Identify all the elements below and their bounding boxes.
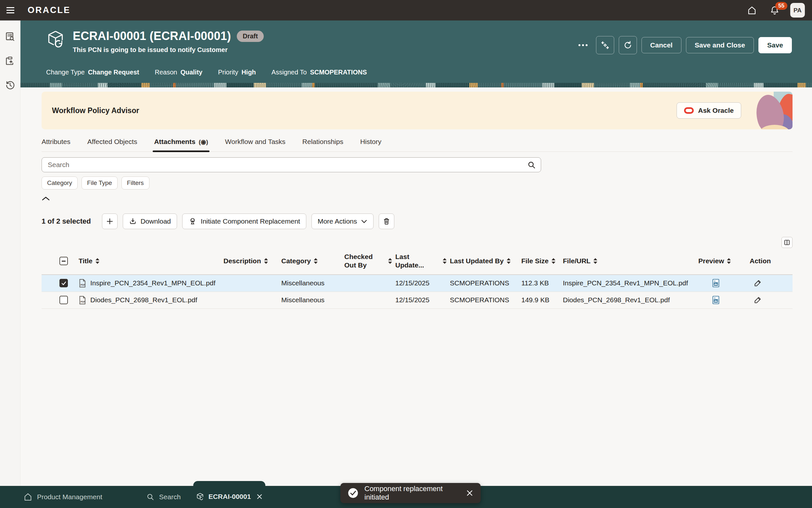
tab-relationships[interactable]: Relationships xyxy=(302,138,343,152)
sort-title[interactable] xyxy=(95,258,99,264)
toast-message: Component replacement initiated xyxy=(365,484,460,502)
decorative-banner-strip xyxy=(20,83,812,87)
table-row[interactable]: PDF Diodes_PCN_2698_Rev1_EOL.pdf Miscell… xyxy=(42,292,793,309)
success-check-icon xyxy=(347,488,359,499)
workflow-policy-advisor-banner: Workflow Policy Advisor Ask Oracle xyxy=(42,92,793,129)
bottom-search[interactable]: Search xyxy=(146,493,181,501)
attachment-title-link[interactable]: Inspire_PCN_2354_Rev1_MPN_EOL.pdf xyxy=(90,279,216,287)
toast-close-icon[interactable] xyxy=(466,489,474,497)
more-actions-ellipsis-icon[interactable] xyxy=(577,44,591,46)
sort-last-update[interactable] xyxy=(443,258,446,264)
meta-label: Change Type xyxy=(46,69,85,76)
cell-last-update: 12/15/2025 xyxy=(395,275,450,292)
chip-file-type[interactable]: File Type xyxy=(82,176,117,189)
meta-label: Reason xyxy=(155,69,177,76)
chevron-down-icon xyxy=(361,219,367,224)
save-and-close-button[interactable]: Save and Close xyxy=(686,37,754,53)
change-object-cube-icon xyxy=(45,29,65,49)
topbar-actions: 55 PA xyxy=(745,3,812,17)
attachment-title-link[interactable]: Diodes_PCN_2698_Rev1_EOL.pdf xyxy=(90,296,197,304)
meta-value: Quality xyxy=(180,69,202,76)
add-attachment-button[interactable] xyxy=(102,214,117,229)
cell-file-size: 149.9 KB xyxy=(521,292,563,308)
row-checkbox[interactable] xyxy=(59,296,68,304)
history-icon[interactable] xyxy=(4,78,16,91)
edit-pencil-icon[interactable] xyxy=(754,279,762,287)
cell-category: Miscellaneous xyxy=(281,292,344,308)
tab-workflow-and-tasks[interactable]: Workflow and Tasks xyxy=(225,138,286,152)
close-tab-icon[interactable] xyxy=(256,493,263,500)
audit-report-icon[interactable] xyxy=(4,30,16,43)
pdf-file-icon: PDF xyxy=(79,296,86,304)
search-input[interactable] xyxy=(42,157,541,172)
row-checkbox[interactable] xyxy=(59,279,68,287)
component-replacement-icon-button[interactable] xyxy=(596,36,614,54)
bottom-home-product-management[interactable]: Product Management xyxy=(23,493,102,502)
clipboard-upload-icon[interactable] xyxy=(4,54,16,67)
table-header-row: Title Description Category Checked Out B… xyxy=(42,248,793,275)
save-button[interactable]: Save xyxy=(758,37,792,53)
refresh-icon-button[interactable] xyxy=(619,36,637,54)
cell-category: Miscellaneous xyxy=(281,275,344,292)
open-record-tab[interactable]: ECRAI-00001 xyxy=(193,481,266,508)
status-badge: Draft xyxy=(237,31,264,42)
record-tabs: Attributes Affected Objects Attachments … xyxy=(42,138,793,152)
meta-label: Priority xyxy=(218,69,238,76)
cell-description xyxy=(224,292,281,308)
cell-file-url: Inspire_PCN_2354_Rev1_MPN_EOL.pdf xyxy=(563,275,698,292)
delete-button[interactable] xyxy=(379,214,394,229)
chip-filters[interactable]: Filters xyxy=(122,176,149,189)
record-subtitle: This PCN is going to be issued to notify… xyxy=(73,46,264,54)
sort-file-size[interactable] xyxy=(552,258,556,264)
collapse-filters-chevron-up-icon[interactable] xyxy=(42,195,53,203)
ask-oracle-button[interactable]: Ask Oracle xyxy=(677,102,741,119)
cancel-button[interactable]: Cancel xyxy=(641,37,681,53)
preview-icon[interactable] xyxy=(712,295,720,304)
initiate-component-replacement-button[interactable]: Initiate Component Replacement xyxy=(182,214,306,229)
svg-text:PDF: PDF xyxy=(81,300,85,303)
agent-icon xyxy=(188,217,197,225)
decorative-flower-art xyxy=(753,92,793,129)
main-content: Workflow Policy Advisor Ask Oracle Attri… xyxy=(20,87,812,486)
meta-value: Change Request xyxy=(88,69,139,76)
chip-category[interactable]: Category xyxy=(42,176,78,189)
cell-description xyxy=(224,275,281,292)
sort-file-url[interactable] xyxy=(593,258,597,264)
home-icon[interactable] xyxy=(745,3,759,17)
pdf-file-icon: PDF xyxy=(79,279,86,288)
download-button[interactable]: Download xyxy=(123,214,177,229)
cell-last-update: 12/15/2025 xyxy=(395,292,450,308)
cell-file-url: Diodes_PCN_2698_Rev1_EOL.pdf xyxy=(563,292,698,308)
notifications-bell-icon[interactable]: 55 xyxy=(767,3,782,17)
tab-attachments[interactable]: Attachments (◉) xyxy=(154,138,208,152)
meta-value: SCMOPERATIONS xyxy=(310,69,367,76)
change-object-cube-icon xyxy=(196,493,204,501)
tab-affected-objects[interactable]: Affected Objects xyxy=(87,138,137,152)
search-icon[interactable] xyxy=(527,161,536,169)
more-actions-dropdown[interactable]: More Actions xyxy=(312,214,374,229)
select-all-checkbox[interactable] xyxy=(59,257,68,265)
table-row[interactable]: PDF Inspire_PCN_2354_Rev1_MPN_EOL.pdf Mi… xyxy=(42,275,793,292)
advisor-title: Workflow Policy Advisor xyxy=(52,106,139,115)
notification-count-badge: 55 xyxy=(775,2,787,10)
sort-last-updated-by[interactable] xyxy=(507,258,511,264)
user-avatar[interactable]: PA xyxy=(790,3,805,17)
sort-checked-out-by[interactable] xyxy=(388,258,392,264)
tab-attributes[interactable]: Attributes xyxy=(42,138,70,152)
manage-columns-icon[interactable] xyxy=(781,237,793,248)
sort-category[interactable] xyxy=(314,258,318,264)
attachments-table: Title Description Category Checked Out B… xyxy=(42,248,793,309)
cell-checked-out-by xyxy=(344,292,395,308)
svg-text:PDF: PDF xyxy=(81,284,85,286)
cell-last-updated-by: SCMOPERATIONS xyxy=(450,292,521,308)
tab-history[interactable]: History xyxy=(360,138,381,152)
attachments-search xyxy=(42,157,541,172)
edit-pencil-icon[interactable] xyxy=(754,296,762,304)
hamburger-menu-icon[interactable] xyxy=(0,0,20,20)
record-header: ECRAI-00001 (ECRAI-00001) Draft This PCN… xyxy=(20,20,812,83)
application-window: ORACLE 55 PA xyxy=(0,0,812,508)
record-actions: Cancel Save and Close Save xyxy=(577,36,792,54)
sort-description[interactable] xyxy=(264,258,268,264)
sort-preview[interactable] xyxy=(727,258,731,264)
preview-icon[interactable] xyxy=(712,279,720,288)
